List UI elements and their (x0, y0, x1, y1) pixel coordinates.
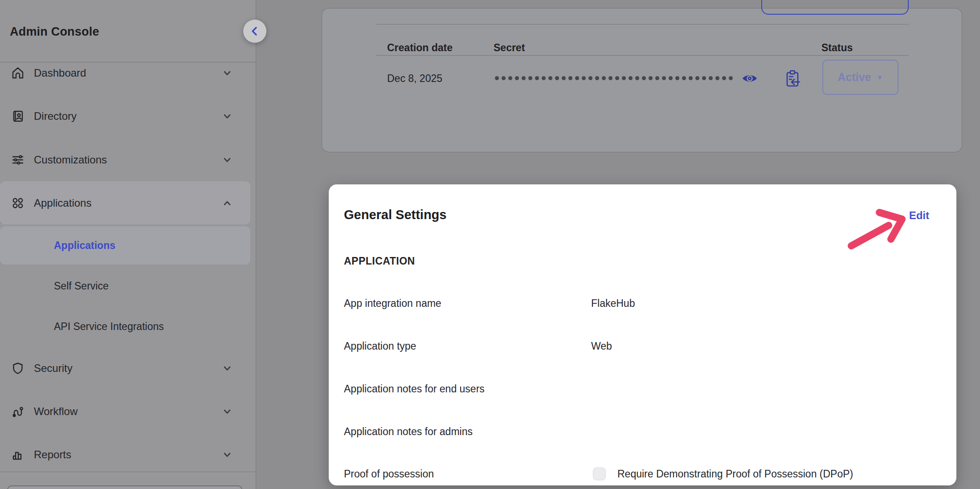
secret-dot (615, 76, 619, 80)
secret-dot (502, 76, 506, 80)
column-header-creation-date: Creation date (387, 42, 453, 54)
secret-dot (595, 76, 599, 80)
secret-dot (729, 76, 733, 80)
sidebar-item-label: Reports (34, 448, 71, 461)
table-header-rule (376, 55, 909, 56)
sidebar-item-label: Workflow (34, 405, 78, 418)
sidebar-item-label: Security (34, 362, 73, 375)
status-label: Active (838, 71, 871, 84)
secret-dot (535, 76, 539, 80)
masked-secret (495, 76, 733, 80)
field-value: FlakeHub (591, 297, 635, 310)
chevron-down-icon (221, 362, 233, 375)
sidebar-item-directory[interactable]: Directory (0, 105, 250, 128)
dpop-checkbox[interactable] (593, 468, 606, 481)
sidebar-item-applications[interactable]: Applications (0, 226, 250, 265)
sidebar-item-label: Self Service (54, 280, 109, 292)
home-icon (11, 66, 25, 80)
app-title: Admin Console (10, 25, 99, 39)
sidebar-item-dashboard[interactable]: Dashboard (0, 61, 250, 85)
field-row-app-integration-name: App integration nameFlakeHub (329, 292, 956, 315)
sidebar-item-label: API Service Integrations (54, 321, 164, 333)
sidebar-bottom-divider (0, 472, 256, 472)
sidebar-item-label: Applications (54, 240, 115, 252)
secret-dot (495, 76, 499, 80)
secret-dot (682, 76, 686, 80)
field-label: Proof of possession (344, 468, 434, 480)
sliders-icon (11, 153, 25, 167)
field-row-application-notes-for-admins: Application notes for admins (329, 420, 956, 443)
sidebar-item-reports[interactable]: Reports (0, 443, 250, 466)
sidebar-item-workflow[interactable]: Workflow (0, 400, 250, 423)
chevron-down-icon (221, 154, 233, 166)
field-row-proof-of-possession: Proof of possessionRequire Demonstrating… (329, 462, 956, 485)
secret-dot (655, 76, 659, 80)
sidebar-item-label: Customizations (34, 154, 107, 166)
clipboard-copy-icon[interactable] (785, 70, 800, 88)
client-secrets-card: Creation date Secret Status Dec 8, 2025 … (322, 8, 962, 152)
secret-dot (515, 76, 519, 80)
field-row-application-type: Application typeWeb (329, 334, 956, 358)
sidebar-item-self-service[interactable]: Self Service (0, 274, 250, 297)
secret-dot (669, 76, 673, 80)
secret-dot (575, 76, 579, 80)
column-header-secret: Secret (494, 42, 525, 54)
secret-dot (695, 76, 699, 80)
secret-dot (675, 76, 679, 80)
sidebar-collapse-button[interactable] (243, 20, 266, 43)
sidebar-item-api-service-integrations[interactable]: API Service Integrations (0, 315, 250, 338)
sidebar-item-customizations[interactable]: Customizations (0, 148, 250, 171)
checkbox-label: Require Demonstrating Proof of Possessio… (617, 468, 853, 480)
chevron-left-icon (250, 26, 260, 36)
secret-dot (582, 76, 586, 80)
secret-dot (702, 76, 706, 80)
section-label: APPLICATION (344, 255, 415, 267)
field-label: Application type (344, 340, 416, 352)
sidebar-item-label: Directory (34, 110, 77, 122)
workflow-icon (11, 404, 25, 419)
sidebar-item-security[interactable]: Security (0, 357, 250, 380)
field-row-application-notes-for-end-users: Application notes for end users (329, 377, 956, 400)
sidebar: Admin Console DashboardDirectoryCustomiz… (0, 0, 256, 489)
secret-dot (608, 76, 612, 80)
directory-icon (11, 109, 25, 123)
secret-dot (689, 76, 693, 80)
secret-dot (522, 76, 526, 80)
table-top-rule (376, 24, 909, 24)
secret-dot (588, 76, 592, 80)
secret-dot (629, 76, 633, 80)
secret-dot (642, 76, 646, 80)
field-label: Application notes for admins (344, 426, 473, 438)
general-settings-card: General Settings Edit APPLICATION App in… (329, 184, 956, 485)
eye-icon[interactable] (742, 73, 758, 84)
chevron-down-icon (221, 448, 233, 461)
sidebar-item-applications[interactable]: Applications (0, 181, 250, 224)
chevron-down-icon (221, 110, 233, 122)
sidebar-footer-button[interactable] (7, 485, 242, 489)
secret-dot (622, 76, 626, 80)
caret-down-icon: ▼ (877, 73, 883, 81)
secret-dot (528, 76, 532, 80)
secret-dot (562, 76, 566, 80)
sidebar-item-label: Applications (34, 197, 91, 209)
creation-date-cell: Dec 8, 2025 (387, 73, 442, 85)
status-dropdown[interactable]: Active ▼ (822, 60, 898, 95)
secret-dot (715, 76, 719, 80)
sidebar-item-label: Dashboard (34, 67, 86, 79)
generate-secret-button-cropped[interactable] (761, 0, 909, 15)
secret-dot (649, 76, 653, 80)
chevron-down-icon (221, 67, 233, 79)
field-value: Web (591, 340, 612, 352)
card-title: General Settings (344, 208, 446, 222)
page: { "app": { "title": "Admin Console" }, "… (0, 0, 980, 489)
chevron-up-icon (221, 197, 233, 209)
shield-icon (11, 361, 25, 375)
secret-dot (568, 76, 572, 80)
secret-dot (508, 76, 512, 80)
secret-dot (709, 76, 713, 80)
reports-icon (11, 448, 25, 462)
field-label: App integration name (344, 297, 441, 310)
column-header-status: Status (821, 42, 853, 54)
edit-link[interactable]: Edit (909, 209, 929, 222)
secret-dot (555, 76, 559, 80)
